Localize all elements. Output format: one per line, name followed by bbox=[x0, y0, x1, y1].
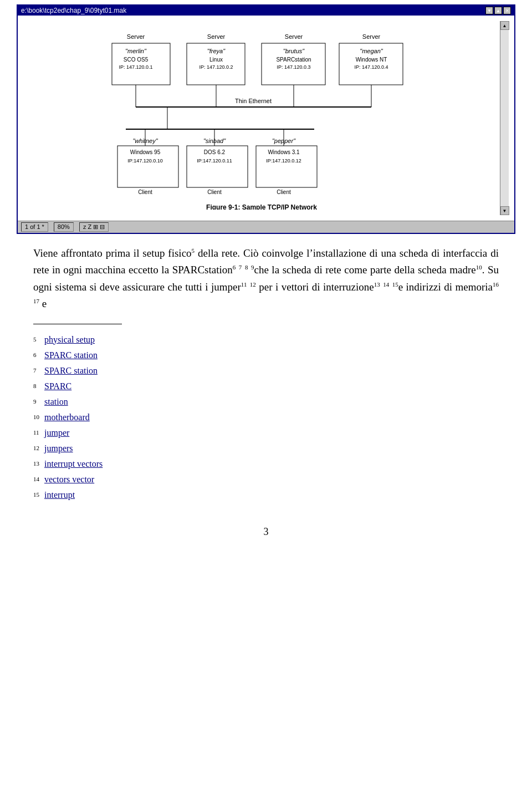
svg-text:SCO OS5: SCO OS5 bbox=[124, 57, 149, 63]
svg-text:"megan": "megan" bbox=[360, 48, 383, 54]
footnote-link[interactable]: station bbox=[44, 395, 68, 409]
footnote-item: 10 motherboard bbox=[33, 411, 499, 424]
footnote-link[interactable]: interrupt vectors bbox=[44, 457, 103, 471]
svg-text:IP: 147.120.0.1: IP: 147.120.0.1 bbox=[119, 64, 152, 70]
footnote-number: 5 bbox=[33, 333, 44, 344]
footnote-item: 5 physical setup bbox=[33, 333, 499, 346]
svg-text:"sinbad": "sinbad" bbox=[203, 137, 226, 144]
svg-text:Figure 9-1: Sample TCP/IP Netw: Figure 9-1: Sample TCP/IP Network bbox=[206, 203, 317, 210]
footnote-link[interactable]: vectors vector bbox=[44, 473, 94, 486]
page-number: 3 bbox=[264, 526, 269, 537]
footnote-link[interactable]: SPARC station bbox=[44, 349, 98, 362]
svg-text:"freya": "freya" bbox=[207, 48, 226, 54]
footnote-item: 7 SPARC station bbox=[33, 364, 499, 378]
maximize-button[interactable]: ▲ bbox=[494, 7, 502, 14]
svg-text:"pepper": "pepper" bbox=[272, 137, 296, 144]
svg-text:IP: 147.120.0.4: IP: 147.120.0.4 bbox=[354, 64, 388, 70]
main-content: Viene affrontato prima il setup fisico5 … bbox=[0, 234, 532, 515]
footnote-number: 8 bbox=[33, 380, 44, 391]
footnote-link[interactable]: SPARC bbox=[44, 380, 71, 393]
sup-6: 6 bbox=[233, 264, 236, 271]
sup-15: 15 bbox=[392, 281, 398, 287]
sup-8: 8 bbox=[245, 264, 248, 271]
svg-text:Windows 3.1: Windows 3.1 bbox=[268, 149, 300, 155]
main-paragraph: Viene affrontato prima il setup fisico5 … bbox=[33, 245, 499, 313]
footnote-number: 10 bbox=[33, 411, 44, 422]
footnote-link[interactable]: jumpers bbox=[44, 442, 73, 455]
footnote-item: 15 interrupt bbox=[33, 488, 499, 502]
sup-10: 10 bbox=[476, 264, 482, 271]
footnote-number: 7 bbox=[33, 364, 44, 375]
footnote-item: 11 jumper bbox=[33, 426, 499, 440]
svg-text:"whitney": "whitney" bbox=[132, 137, 158, 144]
scroll-down-button[interactable]: ▼ bbox=[500, 206, 509, 215]
sup-16: 16 bbox=[493, 281, 499, 287]
footnote-number: 9 bbox=[33, 395, 44, 406]
paragraph-text-6: e indirizzi di memoria bbox=[398, 281, 493, 293]
paragraph-text-7: e bbox=[39, 298, 47, 309]
svg-text:IP: 147.120.0.3: IP: 147.120.0.3 bbox=[277, 64, 310, 70]
window-controls: ▼ ▲ ✕ bbox=[485, 7, 511, 14]
footnote-item: 13 interrupt vectors bbox=[33, 457, 499, 471]
svg-text:IP:147.120.0.10: IP:147.120.0.10 bbox=[127, 158, 163, 164]
svg-text:Windows NT: Windows NT bbox=[356, 57, 387, 63]
diagram-area: Server "merlin" SCO OS5 IP: 147.120.0.1 … bbox=[23, 21, 500, 215]
svg-text:IP: 147.120.0.2: IP: 147.120.0.2 bbox=[199, 64, 233, 70]
svg-text:Client: Client bbox=[207, 189, 222, 195]
footnote-link[interactable]: physical setup bbox=[44, 333, 95, 346]
footnote-number: 13 bbox=[33, 457, 44, 468]
sup-7: 7 bbox=[239, 264, 242, 271]
status-page: 1 of 1 * bbox=[21, 222, 48, 232]
footnote-number: 6 bbox=[33, 349, 44, 360]
footnote-item: 6 SPARC station bbox=[33, 349, 499, 362]
scroll-up-button[interactable]: ▲ bbox=[500, 21, 509, 30]
scrollbar-track[interactable] bbox=[500, 30, 509, 206]
window-title: e:\book\tcp2ed\chap_9\09tyt01.mak bbox=[21, 7, 126, 14]
sup-12: 12 bbox=[250, 281, 256, 287]
footnote-item: 12 jumpers bbox=[33, 442, 499, 455]
svg-text:"brutus": "brutus" bbox=[283, 48, 305, 54]
window-container: e:\book\tcp2ed\chap_9\09tyt01.mak ▼ ▲ ✕ … bbox=[0, 0, 532, 234]
footnote-number: 11 bbox=[33, 426, 44, 437]
footnote-number: 12 bbox=[33, 442, 44, 453]
svg-text:Windows 95: Windows 95 bbox=[130, 149, 161, 155]
footnote-link[interactable]: SPARC station bbox=[44, 364, 98, 378]
svg-text:"merlin": "merlin" bbox=[125, 48, 147, 54]
footnote-number: 15 bbox=[33, 488, 44, 500]
svg-text:Linux: Linux bbox=[209, 57, 223, 63]
footnote-link[interactable]: jumper bbox=[44, 426, 69, 440]
footnote-number: 14 bbox=[33, 473, 44, 484]
svg-text:DOS 6.2: DOS 6.2 bbox=[204, 149, 226, 155]
close-button[interactable]: ✕ bbox=[503, 7, 511, 14]
svg-text:Server: Server bbox=[362, 33, 381, 40]
footnote-item: 14 vectors vector bbox=[33, 473, 499, 486]
paragraph-text-3: che la scheda di rete come parte della s… bbox=[254, 264, 475, 276]
sup-17: 17 bbox=[33, 298, 39, 304]
footnote-item: 8 SPARC bbox=[33, 380, 499, 393]
page-number-area: 3 bbox=[0, 526, 532, 549]
footnote-divider bbox=[33, 324, 122, 324]
paragraph-text-5: per i vettori di interruzione bbox=[256, 281, 374, 293]
window-body: Server "merlin" SCO OS5 IP: 147.120.0.1 … bbox=[18, 16, 514, 221]
footnote-link[interactable]: interrupt bbox=[44, 488, 75, 502]
footnote-link[interactable]: motherboard bbox=[44, 411, 90, 424]
footnote-list: 5 physical setup6 SPARC station7 SPARC s… bbox=[33, 333, 499, 502]
sup-13: 13 bbox=[374, 281, 380, 287]
svg-text:Server: Server bbox=[127, 33, 145, 40]
sup-14: 14 bbox=[383, 281, 389, 287]
minimize-button[interactable]: ▼ bbox=[485, 7, 493, 14]
network-diagram: Server "merlin" SCO OS5 IP: 147.120.0.1 … bbox=[101, 27, 422, 210]
footnote-item: 9 station bbox=[33, 395, 499, 409]
svg-text:Client: Client bbox=[277, 189, 291, 195]
svg-text:Thin Ethernet: Thin Ethernet bbox=[235, 98, 272, 104]
window-titlebar: e:\book\tcp2ed\chap_9\09tyt01.mak ▼ ▲ ✕ bbox=[18, 6, 514, 16]
window-frame: e:\book\tcp2ed\chap_9\09tyt01.mak ▼ ▲ ✕ … bbox=[17, 4, 515, 234]
status-bar: 1 of 1 * 80% z Z ⊞ ⊟ bbox=[18, 221, 514, 233]
status-controls: z Z ⊞ ⊟ bbox=[79, 222, 109, 232]
status-zoom: 80% bbox=[54, 222, 74, 232]
sup-11: 11 bbox=[241, 281, 247, 287]
vertical-scrollbar[interactable]: ▲ ▼ bbox=[500, 21, 509, 215]
svg-text:Client: Client bbox=[138, 189, 152, 195]
svg-text:IP:147.120.0.12: IP:147.120.0.12 bbox=[266, 158, 301, 164]
svg-text:SPARCstation: SPARCstation bbox=[276, 57, 311, 63]
